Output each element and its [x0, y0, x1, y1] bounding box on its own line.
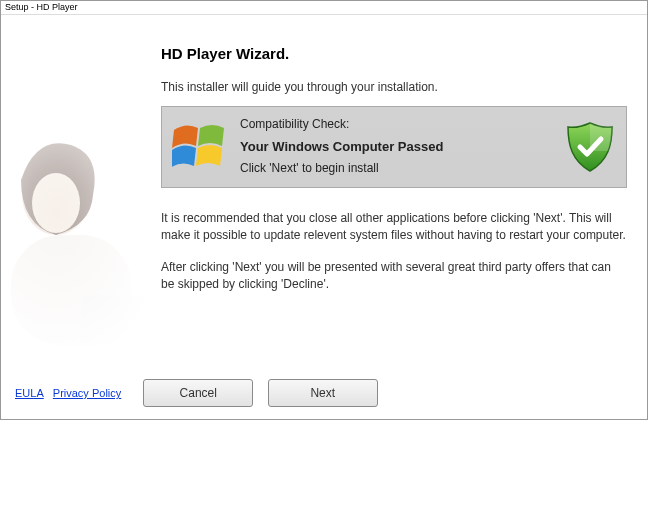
window-title: Setup - HD Player: [5, 2, 78, 12]
compat-line3: Click 'Next' to begin install: [240, 159, 550, 178]
side-illustration: [1, 125, 161, 345]
button-row: Cancel Next: [133, 379, 377, 407]
recommend-text: It is recommended that you close all oth…: [161, 210, 627, 245]
next-button[interactable]: Next: [268, 379, 378, 407]
window-body: HD Player Wizard. This installer will gu…: [1, 15, 647, 419]
privacy-link[interactable]: Privacy Policy: [53, 387, 121, 399]
svg-rect-2: [11, 235, 131, 345]
compatibility-text: Compatibility Check: Your Windows Comput…: [240, 115, 550, 178]
cancel-button[interactable]: Cancel: [143, 379, 253, 407]
footer-links: EULA Privacy Policy: [1, 387, 127, 399]
compat-line2: Your Windows Computer Passed: [240, 137, 550, 158]
footer-bar: EULA Privacy Policy Cancel Next: [1, 379, 647, 407]
main-content: HD Player Wizard. This installer will gu…: [161, 45, 627, 294]
eula-link[interactable]: EULA: [15, 387, 44, 399]
svg-rect-3: [81, 295, 161, 345]
windows-logo-icon: [172, 120, 226, 174]
svg-rect-4: [1, 125, 161, 345]
svg-point-0: [22, 155, 90, 235]
shield-check-icon: [564, 121, 616, 173]
compatibility-panel: Compatibility Check: Your Windows Comput…: [161, 106, 627, 188]
compat-line1: Compatibility Check:: [240, 115, 550, 134]
svg-point-1: [32, 173, 80, 233]
window-titlebar: Setup - HD Player: [1, 1, 647, 15]
page-title: HD Player Wizard.: [161, 45, 627, 62]
offers-text: After clicking 'Next' you will be presen…: [161, 259, 627, 294]
setup-window: Setup - HD Player: [0, 0, 648, 420]
intro-text: This installer will guide you through yo…: [161, 80, 627, 94]
